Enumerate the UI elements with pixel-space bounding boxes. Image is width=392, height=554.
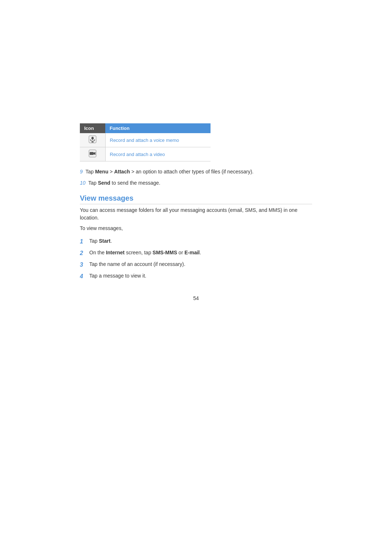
section-description: You can access message folders for all y… [80, 206, 312, 222]
table-header-function: Function [105, 123, 211, 133]
video-record-icon [89, 149, 97, 159]
view-step-4-text: Tap a message to view it. [89, 272, 146, 280]
section-subdescription: To view messages, [80, 225, 312, 232]
view-step-4: 4 Tap a message to view it. [80, 272, 312, 281]
page-container: Icon Function [0, 0, 392, 554]
step-9: 9 Tap Menu > Attach > an option to attac… [80, 168, 312, 176]
step-10: 10 Tap Send to send the message. [80, 179, 312, 187]
table-row: Record and attach a voice memo [80, 133, 211, 147]
view-step-3-text: Tap the name of an account (if necessary… [89, 260, 185, 268]
step-9-number: 9 [80, 169, 83, 175]
numbered-list: 1 Tap Start. 2 On the Internet screen, t… [80, 237, 312, 281]
step2-bold-smsmms: SMS-MMS [152, 250, 177, 255]
table-header-icon: Icon [80, 123, 105, 133]
view-step-2: 2 On the Internet screen, tap SMS-MMS or… [80, 249, 312, 258]
step-10-send: Send [98, 180, 110, 186]
step-9-sep1: > [108, 169, 114, 175]
table-row: Record and attach a video [80, 147, 211, 161]
view-step-3: 3 Tap the name of an account (if necessa… [80, 260, 312, 269]
function-cell-video: Record and attach a video [105, 147, 211, 161]
page-number: 54 [80, 295, 312, 301]
step-10-number: 10 [80, 180, 86, 186]
function-cell-voice: Record and attach a voice memo [105, 133, 211, 147]
view-step-1-text: Tap Start. [89, 237, 112, 245]
step2-bold-email: E-mail [184, 250, 200, 255]
icon-function-table: Icon Function [80, 123, 211, 161]
step-10-suffix: to send the message. [110, 180, 160, 186]
step-9-attach: Attach [114, 169, 130, 175]
voice-memo-icon [89, 135, 97, 145]
step-9-suffix: > an option to attach other types of fil… [130, 169, 253, 175]
icon-cell-voice [80, 133, 105, 147]
step2-bold-internet: Internet [106, 250, 124, 255]
view-step-2-number: 2 [80, 249, 88, 258]
view-step-3-number: 3 [80, 260, 88, 269]
icon-cell-video [80, 147, 105, 161]
section-heading: View messages [80, 194, 312, 204]
step-9-menu: Menu [95, 169, 109, 175]
view-step-1: 1 Tap Start. [80, 237, 312, 246]
step-10-prefix: Tap [88, 180, 98, 186]
svg-rect-5 [90, 152, 94, 155]
view-step-2-text: On the Internet screen, tap SMS-MMS or E… [89, 249, 201, 257]
step1-bold-start: Start [99, 238, 110, 244]
svg-rect-1 [91, 137, 94, 140]
content-area: Icon Function [80, 0, 312, 301]
view-step-1-number: 1 [80, 237, 88, 246]
view-step-4-number: 4 [80, 272, 88, 281]
step-9-prefix: Tap [85, 169, 95, 175]
